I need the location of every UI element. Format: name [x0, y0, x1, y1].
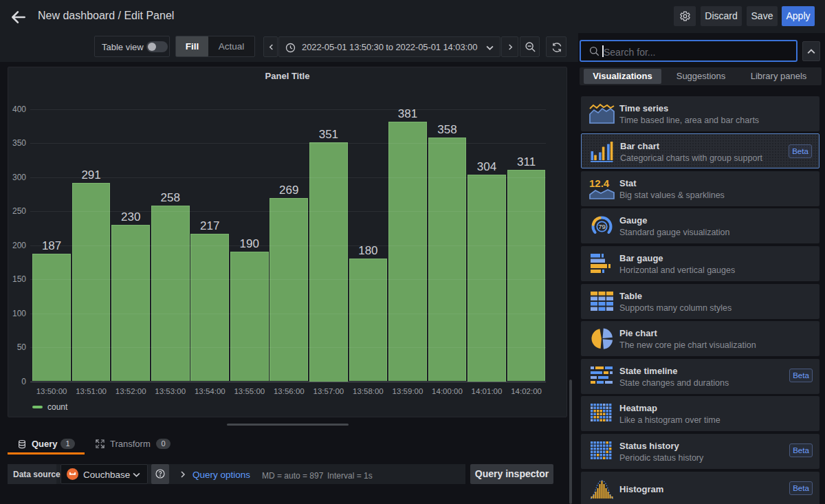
svg-text:79: 79 — [598, 223, 606, 230]
svg-text:12.4: 12.4 — [589, 178, 610, 189]
